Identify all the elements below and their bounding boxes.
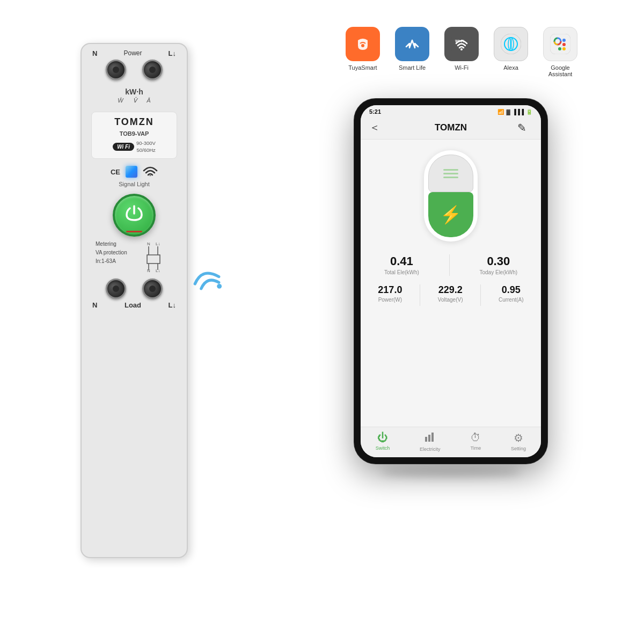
specs-line1: 90-300V xyxy=(136,140,156,147)
svg-text:Wi-Fi: Wi-Fi xyxy=(455,39,464,43)
app-title: TOMZN xyxy=(384,122,517,133)
svg-point-12 xyxy=(361,44,364,47)
app-icon-alexa[interactable]: Alexa xyxy=(494,27,528,77)
svg-rect-30 xyxy=(428,435,430,442)
nav-switch[interactable]: ⏻ Switch xyxy=(376,431,390,452)
alexa-icon xyxy=(494,27,528,61)
watt-hat: Ŵ xyxy=(118,97,123,104)
blue-signal-light xyxy=(126,166,137,178)
google-label: GoogleAssistant xyxy=(548,64,573,77)
app-content: ⚡ 0.41 Total Ele(kWh) 0.30 Today Ele(kWh… xyxy=(361,140,541,427)
battery-icon: 🔋 xyxy=(526,109,532,115)
terminal-bottom-right xyxy=(142,279,163,299)
app-icon-wifi[interactable]: Wi-Fi Wi-Fi xyxy=(444,27,479,77)
kwh-area: kW·h Ŵ V̂ Â xyxy=(87,87,181,104)
app-icons-row: TuyaSmart Smart Life Wi-Fi xyxy=(301,16,623,77)
total-ele-label: Total Ele(kWh) xyxy=(384,269,419,275)
nav-electricity-label: Electricity xyxy=(420,447,441,452)
today-ele-value: 0.30 xyxy=(487,254,510,268)
wifi-symbol xyxy=(143,165,158,179)
edit-button[interactable]: ✎ xyxy=(517,121,532,134)
svg-point-28 xyxy=(558,47,561,50)
terminals-top xyxy=(106,60,163,80)
bottom-terminal-labels: N Load L↓ xyxy=(87,301,181,309)
svg-rect-5 xyxy=(147,255,160,264)
stat-today-ele: 0.30 Today Ele(kWh) xyxy=(480,254,518,276)
wifi-spec-row: Wi Fi 90-300V 50/60Hz xyxy=(113,140,156,154)
today-ele-label: Today Ele(kWh) xyxy=(480,269,518,275)
voltage-label: Voltage(V) xyxy=(438,297,463,303)
stat-voltage: 229.2 Voltage(V) xyxy=(438,284,463,306)
nav-electricity-icon xyxy=(425,431,435,445)
circuit-diagram: N L↓ N L↓ xyxy=(146,240,173,274)
switch-line-3 xyxy=(443,177,458,178)
bt-icon: 📶 xyxy=(497,109,504,115)
current-label: Current(A) xyxy=(499,297,524,303)
power-icon xyxy=(125,204,144,226)
status-bar: 5:21 📶 ▓ ▐▐▐ 🔋 xyxy=(361,105,541,118)
nav-setting-label: Setting xyxy=(511,446,526,451)
bottom-label-l: L↓ xyxy=(169,301,176,309)
svg-point-10 xyxy=(217,284,222,289)
stat-power: 217.0 Power(W) xyxy=(378,284,402,306)
signal-icon: ▐▐▐ xyxy=(513,109,524,115)
switch-visual[interactable]: ⚡ xyxy=(424,150,478,241)
phone-container: 5:21 📶 ▓ ▐▐▐ 🔋 ＜ TOMZN ✎ xyxy=(354,99,547,464)
measurement-row: Ŵ V̂ Â xyxy=(118,97,150,104)
wifi-status-icon: ▓ xyxy=(506,109,510,115)
nav-time[interactable]: ⏱ Time xyxy=(470,431,481,452)
wifi-icon: Wi-Fi xyxy=(444,27,479,61)
switch-lines xyxy=(443,169,458,178)
signal-area: CE Signal Light xyxy=(87,165,181,187)
terminals-bottom xyxy=(106,279,163,299)
amp-hat: Â xyxy=(147,97,150,104)
power-label: Power(W) xyxy=(378,297,402,303)
nav-setting[interactable]: ⚙ Setting xyxy=(511,431,526,452)
app-icon-smartlife[interactable]: Smart Life xyxy=(395,27,429,77)
white-panel: TOMZN TOB9-VAP Wi Fi 90-300V 50/60Hz xyxy=(91,112,177,159)
svg-text:N: N xyxy=(147,241,150,246)
signal-label: Signal Light xyxy=(119,181,150,187)
bottom-label-n: N xyxy=(92,301,97,309)
phone-shadow xyxy=(381,467,521,478)
app-icon-google[interactable]: GoogleAssistant xyxy=(543,27,577,77)
right-area: TuyaSmart Smart Life Wi-Fi xyxy=(301,16,623,628)
smartlife-icon xyxy=(395,27,429,61)
nav-electricity[interactable]: Electricity xyxy=(420,431,441,452)
svg-rect-13 xyxy=(402,34,422,54)
wifi-arc-decoration xyxy=(188,258,231,303)
svg-point-0 xyxy=(150,175,151,176)
top-terminal-labels: N Power L↓ xyxy=(87,49,181,57)
status-bar-right: 📶 ▓ ▐▐▐ 🔋 xyxy=(497,109,532,115)
phone-outer: 5:21 📶 ▓ ▐▐▐ 🔋 ＜ TOMZN ✎ xyxy=(354,99,547,464)
svg-point-27 xyxy=(562,47,566,50)
switch-line-2 xyxy=(443,173,458,174)
stats-divider-2 xyxy=(420,284,420,306)
tuya-label: TuyaSmart xyxy=(348,64,377,71)
nav-switch-icon: ⏻ xyxy=(377,431,388,444)
back-button[interactable]: ＜ xyxy=(369,120,384,135)
phone-screen: 5:21 📶 ▓ ▐▐▐ 🔋 ＜ TOMZN ✎ xyxy=(361,105,541,457)
wifi-badge-text: Wi Fi xyxy=(117,144,130,150)
stats-row-1: 0.41 Total Ele(kWh) 0.30 Today Ele(kWh) xyxy=(369,254,532,276)
app-icon-tuyasmart[interactable]: TuyaSmart xyxy=(346,27,380,77)
tuya-icon xyxy=(346,27,380,61)
wifi-badge: Wi Fi xyxy=(113,143,134,151)
bottom-text-area: Metering VA protection In:1-63A N L↓ N xyxy=(87,240,181,274)
svg-text:L↓: L↓ xyxy=(156,241,160,246)
device-area: N Power L↓ kW·h Ŵ V̂ Â TOMZN TOB9-VAP Wi… xyxy=(43,43,225,601)
model-number: TOB9-VAP xyxy=(120,130,149,137)
top-label-l: L↓ xyxy=(169,49,176,57)
total-ele-value: 0.41 xyxy=(390,254,413,268)
alexa-label: Alexa xyxy=(503,64,518,71)
stats-divider-3 xyxy=(480,284,481,306)
power-button[interactable] xyxy=(113,194,156,237)
ce-mark: CE xyxy=(111,168,120,176)
svg-text:N: N xyxy=(147,268,150,272)
wifi-label: Wi-Fi xyxy=(455,64,469,71)
terminal-bottom-left xyxy=(106,279,126,299)
bottom-nav: ⏻ Switch Electricity xyxy=(361,427,541,457)
specs: 90-300V 50/60Hz xyxy=(136,140,156,154)
device-body: N Power L↓ kW·h Ŵ V̂ Â TOMZN TOB9-VAP Wi… xyxy=(80,43,188,558)
status-time: 5:21 xyxy=(369,108,381,115)
